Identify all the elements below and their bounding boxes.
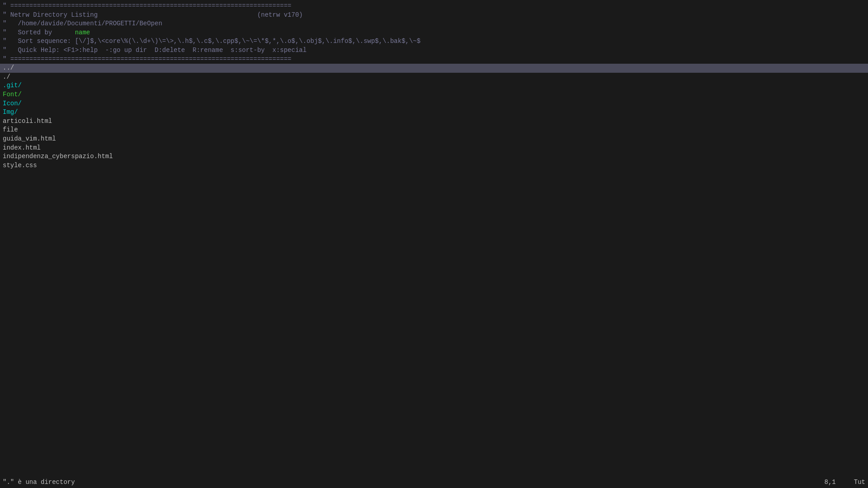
line-1-text: " ======================================… [3,2,292,9]
line-13-img-dir[interactable]: Img/ [0,108,868,117]
terminal: " ======================================… [0,0,868,488]
line-14-articoli[interactable]: articoli.html [0,117,868,126]
line-17-index[interactable]: index.html [0,144,868,153]
line-12-icon-dir[interactable]: Icon/ [0,99,868,108]
line-18-indipendenza[interactable]: indipendenza_cyberspazio.html [0,152,868,161]
status-right: 8,1 Tut [825,478,865,487]
line-7: " ======================================… [0,55,868,64]
line-4: " Sorted by name [0,28,868,38]
line-5: " Sort sequence: [\/]$,\<core\%(\.\d+\)\… [0,37,868,46]
line-16-guida[interactable]: guida_vim.html [0,135,868,144]
line-15-file[interactable]: file [0,126,868,135]
line-1: " ======================================… [0,2,868,11]
status-mode: Tut [854,478,865,487]
line-6: " Quick Help: <F1>:help -:go up dir D:de… [0,46,868,55]
line-8-parent-up[interactable]: ../ [0,64,868,73]
line-9-parent-current[interactable]: ./ [0,73,868,82]
line-2: " Netrw Directory Listing (netrw v170) [0,11,868,20]
line-3: " /home/davide/Documenti/PROGETTI/BeOpen [0,19,868,28]
status-position: 8,1 [825,478,836,487]
line-11-font-dir[interactable]: Font/ [0,90,868,99]
line-19-style[interactable]: style.css [0,161,868,170]
status-bar: "." è una directory 8,1 Tut [0,477,868,488]
status-left: "." è una directory [3,478,75,487]
line-10-git-dir[interactable]: .git/ [0,81,868,90]
